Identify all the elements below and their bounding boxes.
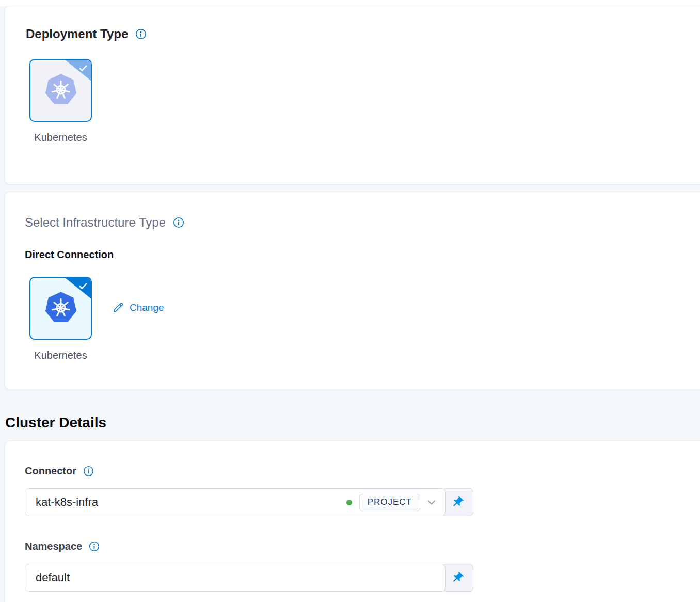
change-infrastructure-link[interactable]: Change <box>113 302 164 313</box>
change-link-label: Change <box>130 302 164 313</box>
checkmark-icon <box>78 281 88 293</box>
scope-badge: PROJECT <box>359 494 420 511</box>
infrastructure-option-kubernetes-card[interactable] <box>29 277 92 340</box>
connector-select[interactable]: kat-k8s-infra PROJECT <box>25 488 446 516</box>
infrastructure-option-label: Kubernetes <box>29 349 92 361</box>
connector-pin-button[interactable] <box>441 488 473 516</box>
deployment-type-title: Deployment Type <box>26 27 128 41</box>
cluster-details-panel: Connector kat-k8s-infra PROJECT <box>5 441 700 602</box>
checkmark-icon <box>78 64 88 75</box>
page-content: Deployment Type <box>0 6 700 602</box>
info-icon[interactable] <box>88 541 100 552</box>
namespace-input[interactable] <box>25 564 446 592</box>
info-icon[interactable] <box>83 465 94 477</box>
green-status-dot <box>346 500 352 505</box>
connector-field: Connector kat-k8s-infra PROJECT <box>25 465 686 516</box>
direct-connection-subtitle: Direct Connection <box>25 248 686 261</box>
chevron-down-icon[interactable] <box>425 496 438 509</box>
infrastructure-type-panel: Select Infrastructure Type Direct Connec… <box>5 192 700 389</box>
deployment-option-kubernetes-card[interactable] <box>29 59 92 122</box>
infrastructure-option: Kubernetes <box>29 277 92 361</box>
cluster-details-heading: Cluster Details <box>5 414 700 431</box>
connector-label: Connector <box>25 465 76 477</box>
deployment-option: Kubernetes <box>29 59 92 144</box>
connector-value: kat-k8s-infra <box>36 496 98 509</box>
info-icon[interactable] <box>135 28 147 40</box>
deployment-option-label: Kubernetes <box>29 131 92 144</box>
edit-pencil-icon <box>113 302 124 313</box>
namespace-label: Namespace <box>25 540 82 552</box>
namespace-pin-button[interactable] <box>441 564 473 592</box>
deployment-type-panel: Deployment Type <box>5 6 700 184</box>
namespace-field: Namespace <box>25 540 686 592</box>
info-icon[interactable] <box>173 217 184 228</box>
infrastructure-type-title: Select Infrastructure Type <box>25 215 166 230</box>
